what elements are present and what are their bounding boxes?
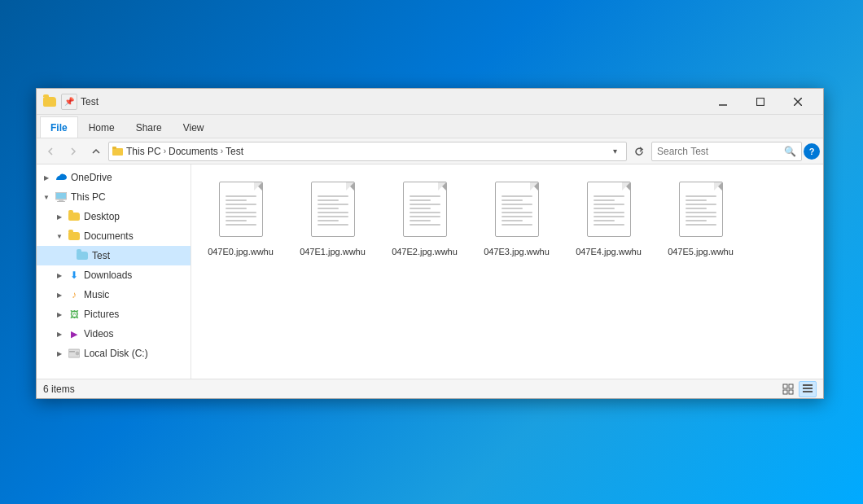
- file-icon-0: [217, 182, 265, 243]
- close-button[interactable]: [779, 89, 817, 115]
- sidebar-label-desktop: Desktop: [84, 211, 120, 222]
- pictures-folder-icon: 🖼: [68, 308, 81, 321]
- sidebar-item-documents[interactable]: ▼ Documents: [37, 226, 191, 246]
- sidebar-item-music[interactable]: ▶ ♪ Music: [37, 285, 191, 305]
- computer-icon: [55, 191, 68, 204]
- svg-rect-16: [783, 390, 787, 394]
- sidebar-label-onedrive: OneDrive: [71, 172, 112, 183]
- sidebar-label-test: Test: [92, 250, 110, 261]
- up-button[interactable]: [85, 141, 107, 162]
- file-icon-1: [309, 182, 357, 243]
- sidebar-item-desktop[interactable]: ▶ Desktop: [37, 207, 191, 226]
- expand-pictures[interactable]: ▶: [53, 308, 66, 321]
- details-view-button[interactable]: [779, 381, 797, 397]
- ribbon: File Home Share View: [37, 115, 823, 138]
- titlebar-controls: [704, 89, 817, 115]
- expand-downloads[interactable]: ▶: [53, 269, 66, 282]
- file-item[interactable]: 047E1.jpg.wwhu: [290, 177, 375, 261]
- expand-documents[interactable]: ▼: [53, 230, 66, 243]
- help-button[interactable]: ?: [804, 143, 820, 160]
- expand-desktop[interactable]: ▶: [53, 210, 66, 223]
- maximize-button[interactable]: [742, 89, 779, 115]
- ribbon-tabs: File Home Share View: [37, 115, 823, 138]
- file-item[interactable]: 047E2.jpg.wwhu: [382, 177, 467, 261]
- folder-icon-address: [112, 146, 124, 157]
- file-name-1: 047E1.jpg.wwhu: [300, 246, 366, 257]
- file-explorer-window: 📌 Test File Home Share View: [36, 88, 824, 399]
- sidebar-item-test[interactable]: Test: [37, 246, 191, 265]
- refresh-button[interactable]: [629, 141, 650, 162]
- expand-music[interactable]: ▶: [53, 288, 66, 301]
- svg-rect-14: [783, 384, 787, 388]
- titlebar-folder-icon: [43, 95, 56, 108]
- file-grid: 047E0.jpg.wwhu 047E1.jpg.w: [198, 177, 817, 261]
- sidebar-label-downloads: Downloads: [84, 270, 132, 281]
- svg-rect-20: [803, 391, 813, 392]
- expand-videos[interactable]: ▶: [53, 327, 66, 340]
- svg-rect-1: [757, 98, 764, 105]
- expand-test: [66, 249, 74, 262]
- svg-rect-9: [59, 199, 64, 201]
- titlebar: 📌 Test: [37, 89, 823, 115]
- address-test[interactable]: Test: [226, 146, 243, 157]
- forward-button[interactable]: [63, 141, 84, 162]
- expand-onedrive[interactable]: ▶: [40, 171, 53, 184]
- view-toggle: [779, 381, 817, 397]
- search-input[interactable]: [657, 146, 781, 157]
- file-name-4: 047E4.jpg.wwhu: [576, 246, 642, 257]
- videos-folder-icon: ▶: [68, 327, 81, 340]
- minimize-button[interactable]: [704, 89, 742, 115]
- tab-home[interactable]: Home: [78, 116, 125, 138]
- item-count: 6 items: [43, 383, 779, 395]
- address-dropdown-button[interactable]: ▾: [607, 142, 623, 161]
- tab-view[interactable]: View: [173, 116, 215, 138]
- svg-rect-13: [69, 351, 75, 353]
- back-button[interactable]: [40, 141, 61, 162]
- file-name-2: 047E2.jpg.wwhu: [392, 246, 458, 257]
- svg-rect-19: [803, 388, 813, 389]
- file-icon-2: [401, 182, 449, 243]
- tab-file[interactable]: File: [40, 116, 78, 138]
- file-icon-4: [585, 182, 633, 243]
- documents-folder-icon: [68, 230, 81, 243]
- address-this-pc[interactable]: This PC: [126, 146, 161, 157]
- sidebar-label-localdisk: Local Disk (C:): [84, 348, 148, 359]
- sidebar-label-pictures: Pictures: [84, 309, 119, 320]
- svg-rect-10: [57, 201, 65, 202]
- sidebar-item-localdisk[interactable]: ▶ Local Disk (C:): [37, 344, 191, 363]
- sidebar-item-onedrive[interactable]: ▶ OneDrive: [37, 168, 191, 187]
- address-documents[interactable]: Documents: [169, 146, 218, 157]
- file-icon-5: [677, 182, 725, 243]
- statusbar: 6 items: [37, 379, 823, 398]
- large-icons-view-button[interactable]: [799, 381, 817, 397]
- test-folder-icon: [76, 249, 89, 262]
- expand-localdisk[interactable]: ▶: [53, 347, 66, 360]
- sidebar-item-thispc[interactable]: ▼ This PC: [37, 187, 191, 207]
- content-area: ▶ OneDrive ▼ This PC ▶ Desktop: [37, 164, 823, 379]
- address-bar[interactable]: This PC › Documents › Test ▾: [108, 142, 627, 161]
- file-item[interactable]: 047E3.jpg.wwhu: [474, 177, 559, 261]
- titlebar-pin-btn[interactable]: 📌: [61, 94, 77, 110]
- sidebar: ▶ OneDrive ▼ This PC ▶ Desktop: [37, 164, 191, 379]
- toolbar: This PC › Documents › Test ▾ 🔍 ?: [37, 138, 823, 164]
- sidebar-label-thispc: This PC: [71, 191, 106, 203]
- onedrive-icon: [55, 171, 68, 184]
- sidebar-item-videos[interactable]: ▶ ▶ Videos: [37, 324, 191, 344]
- sidebar-label-videos: Videos: [84, 328, 113, 340]
- svg-rect-6: [112, 147, 116, 149]
- tab-share[interactable]: Share: [125, 116, 173, 138]
- sidebar-item-pictures[interactable]: ▶ 🖼 Pictures: [37, 305, 191, 324]
- file-icon-3: [493, 182, 541, 243]
- music-folder-icon: ♪: [68, 288, 81, 301]
- sidebar-item-downloads[interactable]: ▶ ⬇ Downloads: [37, 265, 191, 285]
- search-bar[interactable]: 🔍: [651, 142, 802, 161]
- svg-rect-18: [803, 384, 813, 386]
- file-item[interactable]: 047E4.jpg.wwhu: [566, 177, 651, 261]
- svg-rect-15: [789, 384, 793, 388]
- sidebar-label-music: Music: [84, 289, 109, 300]
- svg-rect-8: [56, 193, 66, 199]
- file-item[interactable]: 047E0.jpg.wwhu: [198, 177, 283, 261]
- file-item[interactable]: 047E5.jpg.wwhu: [658, 177, 743, 261]
- titlebar-title: Test: [81, 96, 704, 107]
- expand-thispc[interactable]: ▼: [40, 191, 53, 204]
